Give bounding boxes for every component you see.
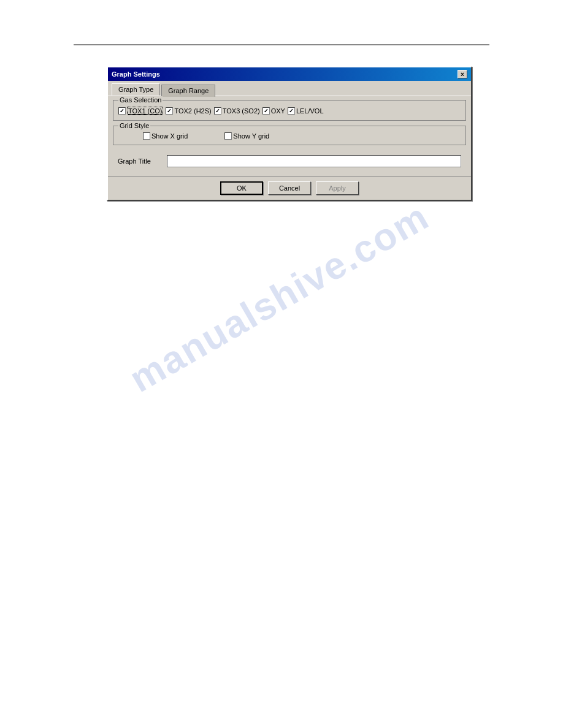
show-x-checkbox[interactable] <box>143 132 150 140</box>
graph-title-input[interactable] <box>167 155 461 167</box>
tox3-checkbox[interactable] <box>214 107 221 115</box>
tox1-item: TOX1 (CO) <box>118 107 163 115</box>
graph-title-row: Graph Title <box>113 150 466 171</box>
gas-selection-row: TOX1 (CO) TOX2 (H2S) TOX3 (SO2) OXY <box>118 104 461 115</box>
dialog-window: Graph Settings × Graph Type Graph Range … <box>107 66 472 201</box>
tox1-checkbox[interactable] <box>118 107 126 115</box>
dialog-title: Graph Settings <box>112 70 160 78</box>
title-bar: Graph Settings × <box>108 67 471 81</box>
grid-style-group: Grid Style Show X grid Show Y grid <box>113 126 466 145</box>
dialog-footer: OK Cancel Apply <box>108 176 471 200</box>
grid-style-label: Grid Style <box>118 122 150 129</box>
tab-graph-range[interactable]: Graph Range <box>161 85 215 97</box>
tab-graph-type-label: Graph Type <box>118 86 153 93</box>
oxy-label: OXY <box>271 107 285 115</box>
page-background: Graph Settings × Graph Type Graph Range … <box>0 0 563 728</box>
oxy-item: OXY <box>262 107 285 115</box>
close-button[interactable]: × <box>458 70 467 78</box>
show-y-checkbox[interactable] <box>224 132 232 140</box>
lel-checkbox[interactable] <box>288 107 295 115</box>
watermark: manualshive.com <box>122 194 436 401</box>
show-x-item: Show X grid <box>143 132 188 140</box>
tab-graph-range-label: Graph Range <box>168 87 209 94</box>
tox1-label: TOX1 (CO) <box>127 107 163 115</box>
lel-item: LEL/VOL <box>288 107 324 115</box>
tabs-bar: Graph Type Graph Range <box>108 81 471 96</box>
top-divider <box>74 44 489 45</box>
tox2-checkbox[interactable] <box>166 107 173 115</box>
apply-button[interactable]: Apply <box>316 181 359 195</box>
show-x-label: Show X grid <box>151 132 188 140</box>
tox2-label: TOX2 (H2S) <box>174 107 211 115</box>
graph-title-label: Graph Title <box>118 157 161 165</box>
show-y-item: Show Y grid <box>224 132 269 140</box>
gas-selection-group: Gas Selection TOX1 (CO) TOX2 (H2S) TOX3 … <box>113 100 466 121</box>
tox3-label: TOX3 (SO2) <box>223 107 260 115</box>
tox3-item: TOX3 (SO2) <box>214 107 260 115</box>
gas-selection-label: Gas Selection <box>118 96 163 104</box>
oxy-checkbox[interactable] <box>262 107 270 115</box>
lel-label: LEL/VOL <box>296 107 324 115</box>
show-y-label: Show Y grid <box>233 132 269 140</box>
tab-graph-type[interactable]: Graph Type <box>112 83 160 96</box>
dialog-body: Gas Selection TOX1 (CO) TOX2 (H2S) TOX3 … <box>108 96 471 176</box>
cancel-button[interactable]: Cancel <box>268 181 311 195</box>
tox2-item: TOX2 (H2S) <box>166 107 211 115</box>
grid-style-row: Show X grid Show Y grid <box>118 130 461 140</box>
ok-button[interactable]: OK <box>220 181 263 195</box>
